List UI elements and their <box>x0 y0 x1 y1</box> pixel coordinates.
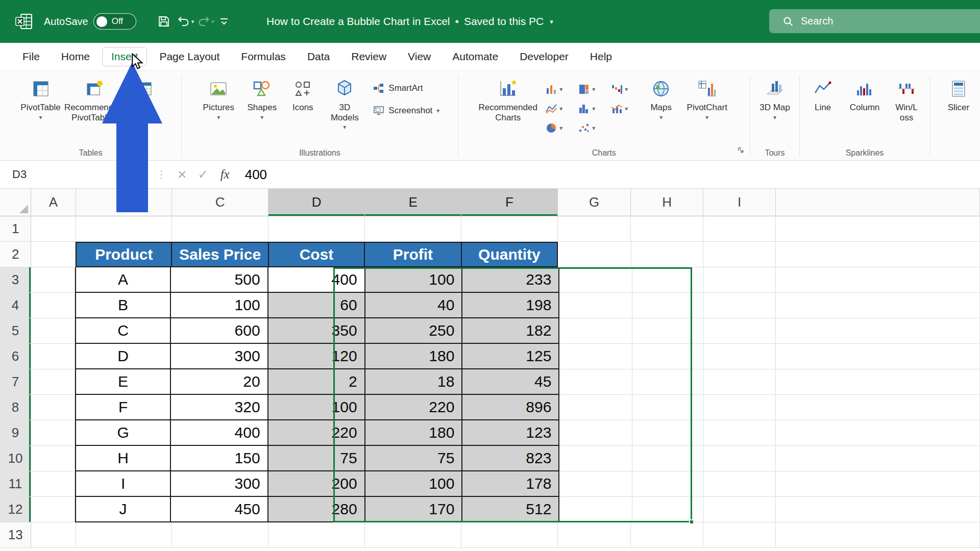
cell-D13[interactable] <box>268 522 365 548</box>
cell-C1[interactable] <box>172 216 268 242</box>
cell-I11[interactable] <box>704 471 776 497</box>
pivotchart-button[interactable]: PivotChart ▾ <box>681 74 732 123</box>
row-header-3[interactable]: 3 <box>0 267 31 293</box>
tab-help[interactable]: Help <box>581 47 621 66</box>
cell-B4[interactable]: B <box>75 293 171 318</box>
cell-H9[interactable] <box>632 420 704 446</box>
cell-F6[interactable]: 125 <box>462 344 559 369</box>
cell-F5[interactable]: 182 <box>462 318 559 344</box>
line-chart-button[interactable]: ▾ <box>543 102 575 116</box>
cell-H11[interactable] <box>632 471 704 497</box>
cell-C6[interactable]: 300 <box>171 344 268 369</box>
cell-I10[interactable] <box>704 446 776 471</box>
insert-function-icon[interactable]: fx <box>220 167 230 182</box>
cell-C7[interactable]: 20 <box>171 369 268 395</box>
column-header-A[interactable]: A <box>31 189 76 216</box>
cell-G2[interactable] <box>558 242 631 267</box>
cell-E13[interactable] <box>365 522 461 548</box>
cell-F7[interactable]: 45 <box>462 369 559 395</box>
cell-C4[interactable]: 100 <box>171 293 268 318</box>
cell-F3[interactable]: 233 <box>462 267 559 293</box>
cell-D1[interactable] <box>268 216 365 242</box>
cell-C12[interactable]: 450 <box>171 497 268 522</box>
3d-map-button[interactable]: 3D Map ▾ <box>753 74 796 123</box>
cell-A2[interactable] <box>31 242 76 267</box>
cell-E7[interactable]: 18 <box>365 369 463 395</box>
cell-E4[interactable]: 40 <box>365 293 463 318</box>
cell-H5[interactable] <box>632 318 704 344</box>
row-header-10[interactable]: 10 <box>0 446 31 471</box>
cell-D3[interactable]: 400 <box>268 267 365 293</box>
cell-D12[interactable]: 280 <box>268 497 365 522</box>
cell-B13[interactable] <box>76 522 173 548</box>
autosave-control[interactable]: AutoSave Off <box>44 13 136 30</box>
cell-B7[interactable]: E <box>75 369 171 395</box>
cell-G13[interactable] <box>558 522 631 548</box>
cell-C13[interactable] <box>172 522 268 548</box>
cell-B1[interactable] <box>76 216 173 242</box>
cell-C3[interactable]: 500 <box>171 267 268 293</box>
cell-E2[interactable]: Profit <box>365 242 461 267</box>
cell-C2[interactable]: Sales Price <box>172 242 268 267</box>
tab-automate[interactable]: Automate <box>443 47 507 66</box>
cell-A12[interactable] <box>31 497 75 522</box>
cell-H7[interactable] <box>632 369 704 395</box>
cell-D9[interactable]: 220 <box>268 420 365 446</box>
cell-E1[interactable] <box>365 216 461 242</box>
cell-C11[interactable]: 300 <box>171 471 268 497</box>
cell-G4[interactable] <box>559 293 632 318</box>
cell-H12[interactable] <box>632 497 704 522</box>
row-header-1[interactable]: 1 <box>0 216 31 242</box>
cell-G9[interactable] <box>559 420 632 446</box>
save-button[interactable] <box>154 11 174 32</box>
excel-app-icon[interactable] <box>14 12 34 31</box>
cancel-icon[interactable]: × <box>178 167 187 182</box>
cell-B3[interactable]: A <box>75 267 171 293</box>
cell-D2[interactable]: Cost <box>269 242 365 267</box>
cell-G11[interactable] <box>559 471 632 497</box>
cell-F8[interactable]: 896 <box>462 395 559 420</box>
cell-D10[interactable]: 75 <box>268 446 365 471</box>
cell-I7[interactable] <box>704 369 776 395</box>
cell-F9[interactable]: 123 <box>462 420 559 446</box>
column-header-H[interactable]: H <box>631 189 703 216</box>
cell-G6[interactable] <box>559 344 632 369</box>
redo-dropdown-icon[interactable]: ▾ <box>211 18 214 25</box>
pie-chart-button[interactable]: ▾ <box>543 121 575 135</box>
redo-button[interactable] <box>196 11 211 32</box>
cell-B8[interactable]: F <box>75 395 171 420</box>
undo-dropdown-icon[interactable]: ▾ <box>191 18 194 25</box>
quick-access-customize-button[interactable] <box>216 11 232 32</box>
cell-E8[interactable]: 220 <box>365 395 463 420</box>
cell-A7[interactable] <box>31 369 75 395</box>
cell-E12[interactable]: 170 <box>365 497 463 522</box>
cell-G10[interactable] <box>559 446 632 471</box>
cell-A9[interactable] <box>31 420 75 446</box>
row-header-5[interactable]: 5 <box>0 318 31 344</box>
cell-E3[interactable]: 100 <box>365 267 463 293</box>
cell-B12[interactable]: J <box>75 497 171 522</box>
document-title[interactable]: How to Create a Bubble Chart in Excel • … <box>266 0 553 43</box>
tab-data[interactable]: Data <box>298 47 339 66</box>
cell-I2[interactable] <box>703 242 776 267</box>
cell-B11[interactable]: I <box>75 471 171 497</box>
maps-button[interactable]: Maps ▾ <box>641 74 681 123</box>
cell-F2[interactable]: Quantity <box>462 242 558 267</box>
sparkline-line-button[interactable]: Line <box>802 74 843 115</box>
cell-A6[interactable] <box>31 344 75 369</box>
cell-B2[interactable]: Product <box>76 242 172 267</box>
slicer-button[interactable]: Slicer <box>937 74 980 115</box>
cell-E9[interactable]: 180 <box>365 420 463 446</box>
pictures-button[interactable]: Pictures ▾ <box>195 74 241 123</box>
cell-I6[interactable] <box>704 344 776 369</box>
cell-I9[interactable] <box>704 420 776 446</box>
cell-B5[interactable]: C <box>75 318 171 344</box>
row-header-7[interactable]: 7 <box>0 369 31 395</box>
enter-icon[interactable]: ✓ <box>198 167 208 182</box>
cell-D7[interactable]: 2 <box>268 369 365 395</box>
undo-button[interactable] <box>176 11 191 32</box>
column-header-E[interactable]: E <box>365 189 461 216</box>
row-header-13[interactable]: 13 <box>0 522 31 548</box>
cell-H2[interactable] <box>631 242 704 267</box>
cell-A3[interactable] <box>31 267 75 293</box>
